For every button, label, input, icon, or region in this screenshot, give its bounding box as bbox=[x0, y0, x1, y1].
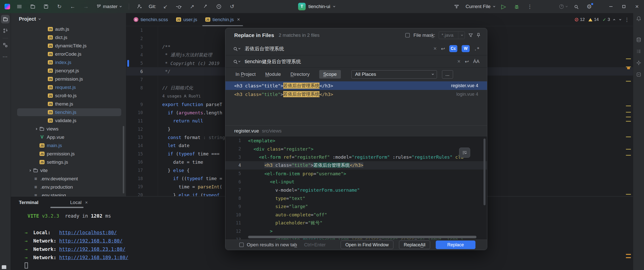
tree-item-.env.development[interactable]: ≡.env.development bbox=[11, 175, 126, 183]
tree-item-index.js[interactable]: JSindex.js bbox=[11, 58, 126, 66]
tree-item-main.js[interactable]: JSmain.js bbox=[11, 141, 126, 150]
ai-assistant-icon[interactable] bbox=[636, 60, 641, 65]
preview-code-line[interactable]: 8 type="text" bbox=[225, 194, 487, 202]
close-tab-icon[interactable]: × bbox=[237, 17, 240, 22]
search-result-row[interactable]: <h3 class="title">若依后台管理系统</h3>register.… bbox=[225, 81, 487, 90]
preview-horizontal-scrollbar[interactable] bbox=[248, 236, 476, 238]
preview-code-line[interactable]: 6 <el-input bbox=[225, 178, 487, 186]
profiler-icon[interactable] bbox=[559, 3, 567, 11]
pin-icon[interactable] bbox=[476, 33, 480, 38]
tree-item-auth.js[interactable]: JSauth.js bbox=[11, 25, 126, 33]
preview-vertical-scrollbar[interactable] bbox=[484, 139, 486, 205]
tree-item-settings.js[interactable]: JSsettings.js bbox=[11, 158, 126, 166]
history-icon[interactable] bbox=[215, 3, 223, 11]
open-in-new-tab-checkbox[interactable] bbox=[239, 243, 244, 247]
close-tab-icon[interactable]: × bbox=[85, 200, 88, 205]
window-close-button[interactable]: × bbox=[633, 3, 641, 11]
search-history-icon[interactable] bbox=[238, 47, 240, 49]
search-everywhere-icon[interactable] bbox=[572, 3, 580, 11]
file-mask-checkbox[interactable] bbox=[405, 33, 410, 38]
tree-item-errorCode.js[interactable]: JSerrorCode.js bbox=[11, 50, 126, 58]
replace-all-button[interactable]: Replace All bbox=[399, 241, 430, 249]
tree-item-views[interactable]: views bbox=[11, 125, 126, 133]
tree-item-theme.js[interactable]: JStheme.js bbox=[11, 100, 126, 108]
cherry-pick-icon[interactable] bbox=[202, 3, 210, 11]
replace-input-value[interactable]: tienchin健身后台管理系统 bbox=[245, 58, 301, 65]
preview-code-line[interactable]: 7 v-model="registerForm.username" bbox=[225, 186, 487, 194]
terminal-tool-button[interactable] bbox=[2, 265, 6, 269]
tab-options-icon[interactable]: ⋮ bbox=[624, 17, 629, 23]
preview-code-line[interactable]: 10 auto-complete="off" bbox=[225, 211, 487, 219]
preview-pane[interactable]: 1<template>2 <div class="register">3 <el… bbox=[225, 136, 487, 240]
passed-count[interactable]: ✓3 bbox=[602, 17, 610, 22]
gradle-icon[interactable] bbox=[636, 72, 641, 77]
tree-item-permission.js[interactable]: JSpermission.js bbox=[11, 75, 126, 83]
open-folder-icon[interactable] bbox=[29, 3, 37, 11]
debug-button[interactable] bbox=[513, 3, 521, 11]
project-tool-button[interactable] bbox=[1, 15, 10, 23]
add-user-icon[interactable] bbox=[135, 3, 143, 11]
tree-item-request.js[interactable]: JSrequest.js bbox=[11, 83, 126, 91]
more-tool-windows-button[interactable]: ⋯ bbox=[1, 52, 10, 61]
whole-words-toggle[interactable]: W bbox=[462, 45, 470, 52]
search-input-value[interactable]: 若依后台管理系统 bbox=[245, 45, 284, 52]
prev-problem-icon[interactable] bbox=[613, 19, 615, 21]
push-icon[interactable]: ↗ bbox=[188, 3, 196, 11]
regex-toggle[interactable]: .* bbox=[474, 46, 479, 51]
newline-icon[interactable]: ↩ bbox=[465, 59, 469, 64]
search-result-row[interactable]: <h3 class="title">若依后台管理系统</h3>login.vue… bbox=[225, 90, 487, 98]
tree-item-.env.production[interactable]: ≡.env.production bbox=[11, 183, 126, 191]
tree-item-dynamicTitle.js[interactable]: JSdynamicTitle.js bbox=[11, 42, 126, 50]
scope-combo[interactable]: All Places bbox=[351, 70, 437, 79]
match-case-toggle[interactable]: Cc bbox=[449, 45, 457, 52]
main-menu-icon[interactable] bbox=[15, 3, 23, 11]
commit-icon[interactable] bbox=[175, 3, 183, 11]
run-config-selector[interactable]: Current File bbox=[466, 4, 495, 9]
run-button[interactable]: ▷ bbox=[500, 3, 508, 11]
terminal-tab-local[interactable]: Local × bbox=[70, 200, 88, 205]
search-field[interactable]: 若依后台管理系统 × ↩ Cc W .* bbox=[225, 42, 487, 55]
newline-icon[interactable]: ↩ bbox=[441, 46, 445, 52]
window-minimize-button[interactable] bbox=[607, 3, 615, 11]
scope-tab-module[interactable]: Module bbox=[265, 72, 281, 77]
replace-history-icon[interactable] bbox=[238, 60, 240, 62]
structure-tool-button[interactable] bbox=[1, 41, 10, 49]
clear-replace-icon[interactable]: × bbox=[457, 58, 461, 65]
open-in-find-window-button[interactable]: Open in Find Window bbox=[341, 241, 393, 249]
settings-gear-icon[interactable]: ⚙ bbox=[585, 3, 593, 11]
preserve-case-toggle[interactable]: ÁA bbox=[473, 59, 479, 64]
clear-search-icon[interactable]: × bbox=[433, 45, 437, 52]
preview-code-line[interactable]: 2 <div class="register"> bbox=[225, 145, 487, 153]
project-scrollbar[interactable] bbox=[123, 126, 124, 193]
notifications-bell-icon[interactable] bbox=[636, 16, 641, 21]
tree-item-tienchin.js[interactable]: JStienchin.js bbox=[11, 108, 126, 116]
warning-count[interactable]: 14 bbox=[588, 17, 599, 22]
replace-button[interactable]: Replace bbox=[436, 241, 475, 249]
sync-icon[interactable]: ↻ bbox=[55, 3, 63, 11]
preview-code-line[interactable]: 4 <h3 class="title">若依后台管理系统</h3> bbox=[225, 161, 487, 170]
editor-tab-tienchin.scss[interactable]: Stienchin.scss bbox=[130, 13, 172, 26]
tree-item-jsencrypt.js[interactable]: JSjsencrypt.js bbox=[11, 66, 126, 75]
soft-wrap-button[interactable] bbox=[459, 148, 470, 158]
scope-tab-directory[interactable]: Directory bbox=[291, 72, 310, 77]
tree-item-App.vue[interactable]: VApp.vue bbox=[11, 133, 126, 141]
file-mask-combo[interactable]: *.java bbox=[439, 31, 465, 39]
commit-tool-button[interactable] bbox=[1, 26, 10, 35]
scope-tab-scope[interactable]: Scope bbox=[319, 70, 341, 79]
database-icon[interactable] bbox=[636, 37, 641, 42]
scope-tab-in-project[interactable]: In Project bbox=[235, 72, 256, 77]
error-count[interactable]: 12 bbox=[575, 17, 585, 22]
tree-item-validate.js[interactable]: JSvalidate.js bbox=[11, 116, 126, 125]
tree-item-permission.js[interactable]: JSpermission.js bbox=[11, 150, 126, 158]
todo-icon[interactable] bbox=[636, 49, 641, 54]
project-widget[interactable]: T tienchin-ui bbox=[298, 0, 335, 13]
next-problem-icon[interactable] bbox=[619, 18, 621, 20]
build-hammer-icon[interactable] bbox=[453, 3, 461, 11]
editor-tab-user.js[interactable]: JSuser.js bbox=[172, 13, 201, 26]
editor-tab-tienchin.js[interactable]: JStienchin.js× bbox=[201, 13, 244, 26]
window-maximize-button[interactable] bbox=[620, 3, 628, 11]
inspections-widget[interactable]: 12 14 ✓3 ⋮ bbox=[575, 13, 629, 26]
preview-code-line[interactable]: 5 <el-form-item prop="username"> bbox=[225, 170, 487, 178]
preview-code-line[interactable]: 3 <el-form ref="registerRef" :model="reg… bbox=[225, 153, 487, 161]
tree-item-.env.staging[interactable]: ≡.env.staging bbox=[11, 191, 126, 196]
